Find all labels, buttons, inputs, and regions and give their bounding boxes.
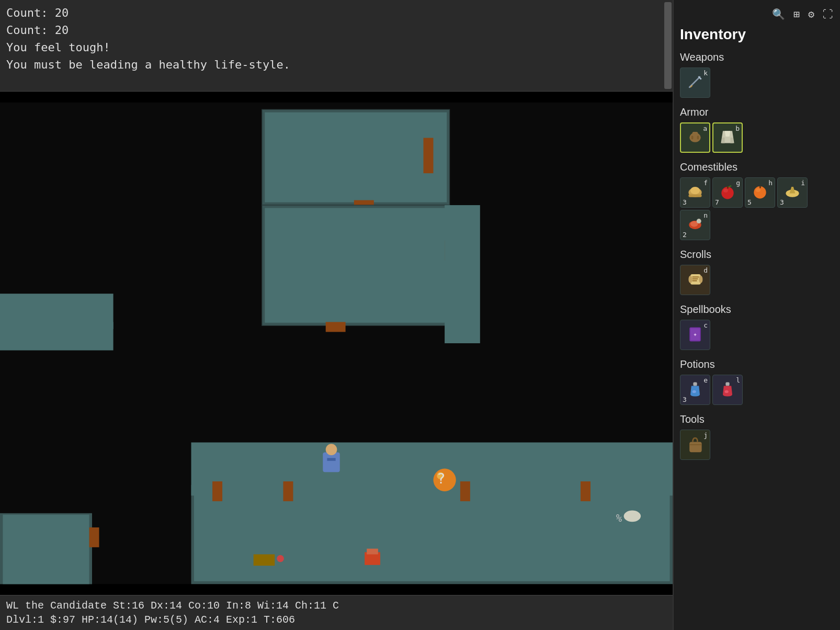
message-line-2: Count: 20 [6, 21, 666, 39]
message-line-1: Count: 20 [6, 4, 666, 21]
item-icon-robe [718, 127, 737, 149]
section-title-spellbooks: Spellbooks [674, 301, 840, 319]
svg-rect-75 [693, 382, 697, 386]
svg-rect-4 [424, 138, 434, 173]
svg-rect-18 [212, 481, 222, 501]
item-count-i: 3 [780, 198, 784, 206]
item-icon-food [783, 182, 802, 204]
item-key-n: n [703, 211, 708, 219]
svg-point-65 [697, 219, 701, 223]
item-count-e: 3 [683, 396, 687, 403]
message-log: Count: 20 Count: 20 You feel tough! You … [0, 0, 673, 92]
item-slot-a[interactable]: a [680, 122, 710, 153]
svg-rect-13 [194, 488, 670, 581]
item-slot-b[interactable]: b [712, 122, 743, 153]
svg-point-52 [690, 187, 700, 194]
item-count-h: 5 [747, 198, 752, 206]
section-title-armor: Armor [674, 104, 840, 121]
item-slot-k[interactable]: k [680, 68, 710, 98]
svg-rect-50 [730, 137, 733, 143]
item-row-scrolls: d [674, 264, 840, 299]
item-icon-gloves [686, 127, 705, 149]
status-line-1: WL the Candidate St:16 Dx:14 Co:10 In:8 … [6, 600, 666, 612]
settings-icon[interactable]: ⚙ [807, 6, 816, 22]
zoom-icon[interactable]: 🔍 [770, 6, 787, 22]
status-bar: WL the Candidate St:16 Dx:14 Co:10 In:8 … [0, 595, 673, 630]
grid-icon[interactable]: ⊞ [792, 6, 801, 22]
game-area: Count: 20 Count: 20 You feel tough! You … [0, 0, 673, 630]
message-line-4: You must be leading a healthy life-style… [6, 56, 666, 73]
item-key-k: k [703, 69, 708, 77]
item-slot-g[interactable]: g7 [712, 177, 743, 208]
message-scrollbar[interactable] [664, 2, 672, 89]
dungeon-view[interactable]: ? % [0, 92, 673, 595]
svg-rect-56 [727, 186, 729, 188]
svg-point-76 [693, 390, 696, 392]
svg-point-55 [723, 188, 728, 192]
item-row-armor: ab [674, 121, 840, 157]
svg-text:%: % [616, 512, 622, 524]
svg-rect-19 [283, 481, 293, 501]
item-slot-d[interactable]: d [680, 265, 710, 295]
item-row-potions: e3l [674, 374, 840, 409]
item-key-a: a [703, 125, 707, 132]
item-row-spellbooks: c✦ [674, 319, 840, 354]
fullscreen-icon[interactable]: ⛶ [821, 6, 835, 22]
svg-rect-2 [265, 113, 447, 203]
svg-rect-28 [327, 458, 335, 460]
item-key-f: f [703, 179, 708, 187]
svg-point-37 [277, 555, 284, 562]
section-title-scrolls: Scrolls [674, 246, 840, 264]
item-icon-potion-blue [686, 379, 705, 401]
svg-point-71 [699, 275, 702, 283]
item-slot-n[interactable]: n2 [680, 210, 710, 240]
svg-point-38 [624, 510, 641, 522]
section-title-potions: Potions [674, 356, 840, 374]
svg-rect-36 [254, 554, 275, 566]
item-key-i: i [801, 179, 805, 187]
svg-rect-35 [367, 549, 378, 555]
svg-rect-45 [691, 136, 694, 139]
item-slot-h[interactable]: h5 [745, 177, 775, 208]
item-icon-potion-red [718, 379, 737, 401]
item-icon-bag [686, 434, 705, 456]
item-key-l: l [736, 376, 740, 384]
svg-rect-21 [581, 481, 591, 501]
svg-rect-46 [697, 136, 699, 139]
svg-rect-60 [759, 186, 761, 188]
svg-point-27 [326, 444, 337, 455]
svg-rect-79 [689, 442, 701, 452]
svg-rect-77 [725, 382, 729, 386]
item-icon-meat [686, 215, 705, 236]
item-slot-j[interactable]: j [680, 430, 710, 460]
item-slot-c[interactable]: c✦ [680, 320, 710, 350]
svg-line-57 [729, 186, 731, 187]
item-row-tools: j [674, 429, 840, 464]
inventory-sections: WeaponskArmorabComestiblesf3g7h5i3n2Scro… [674, 47, 840, 464]
item-slot-i[interactable]: i3 [777, 177, 808, 208]
item-icon-apple [718, 182, 737, 204]
item-icon-scroll [686, 269, 705, 291]
svg-rect-22 [0, 294, 113, 329]
section-title-comestibles: Comestibles [674, 159, 840, 176]
svg-rect-26 [323, 452, 339, 472]
item-slot-l[interactable]: l [712, 375, 743, 405]
svg-rect-6 [265, 208, 447, 322]
item-row-comestibles: f3g7h5i3n2 [674, 176, 840, 244]
item-count-n: 2 [683, 231, 687, 239]
svg-rect-53 [688, 194, 701, 197]
item-row-weapons: k [674, 66, 840, 102]
item-slot-f[interactable]: f3 [680, 177, 710, 208]
item-key-c: c [703, 321, 708, 329]
item-key-e: e [703, 376, 708, 384]
item-key-g: g [736, 179, 740, 187]
item-key-d: d [703, 266, 708, 274]
item-icon-spellbook: ✦ [686, 324, 705, 346]
item-slot-e[interactable]: e3 [680, 375, 710, 405]
item-icon-bread [686, 182, 705, 204]
inventory-panel: 🔍 ⊞ ⚙ ⛶ Inventory WeaponskArmorabComesti… [673, 0, 840, 630]
item-key-j: j [703, 431, 708, 439]
svg-rect-20 [460, 481, 470, 501]
inventory-title: Inventory [674, 26, 840, 47]
svg-text:?: ? [437, 470, 445, 487]
